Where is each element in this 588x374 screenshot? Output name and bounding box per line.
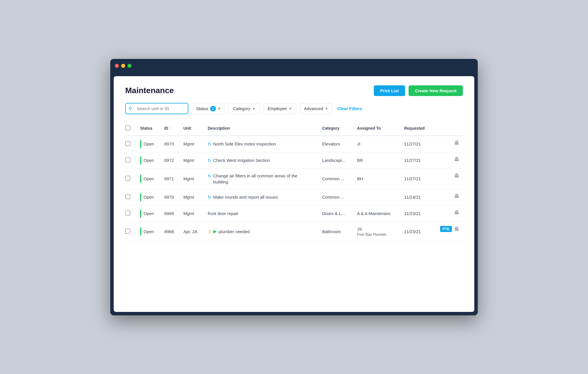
assigned-to-cell — [353, 189, 401, 205]
status-bar — [140, 156, 141, 164]
unit-header[interactable]: Unit — [180, 122, 204, 136]
status-cell: Open — [137, 205, 161, 222]
status-filter-button[interactable]: Status 1 ▼ — [192, 103, 225, 114]
titlebar — [110, 59, 478, 73]
unit-cell: Mgmt — [180, 136, 204, 152]
clear-filters-button[interactable]: Clear Filters — [336, 103, 363, 114]
action-cell: 🖶 — [432, 206, 463, 220]
requested-header[interactable]: Requested — [401, 122, 432, 136]
print-row-icon[interactable]: 🖶 — [454, 193, 459, 199]
unit-cell: Mgmt — [180, 189, 204, 205]
status-bar — [140, 175, 141, 183]
row-checkbox[interactable] — [125, 141, 130, 146]
print-row-icon[interactable]: 🖶 — [454, 210, 459, 216]
description-text: Change air filters in all common areas o… — [213, 173, 299, 185]
requested-cell: 11/23/21 — [401, 205, 432, 222]
print-row-icon[interactable]: 🖶 — [454, 140, 459, 146]
print-row-icon[interactable]: 🖶 — [454, 226, 459, 232]
category-filter-button[interactable]: Category ▼ — [229, 103, 260, 114]
description-header[interactable]: Description — [204, 122, 318, 136]
table-row: Open8970Mgmt↻Make rounds and report all … — [125, 189, 463, 205]
row-checkbox[interactable] — [125, 176, 130, 181]
row-checkbox[interactable] — [125, 194, 130, 199]
id-cell: 8969 — [161, 205, 180, 222]
pte-badge: PTE — [440, 226, 452, 232]
row-checkbox-cell — [125, 168, 137, 189]
table-row: Open8973Mgmt↻North Side Elev motor inspe… — [125, 136, 463, 152]
print-list-button[interactable]: Print List — [374, 85, 405, 96]
requested-cell: 11/27/21 — [401, 152, 432, 168]
header-buttons: Print List Create New Request — [374, 85, 463, 96]
unit-cell: Apt. 2A — [180, 222, 204, 241]
table-row: Open8969Mgmtfront door repairDoors & L..… — [125, 205, 463, 222]
status-header[interactable]: Status — [137, 122, 161, 136]
action-cell: 🖶 — [432, 169, 463, 183]
unit-cell: Mgmt — [180, 152, 204, 168]
status-label: Open — [144, 158, 154, 163]
status-label: Open — [144, 195, 154, 200]
select-all-checkbox[interactable] — [125, 125, 130, 131]
id-header[interactable]: ID ↕ — [161, 122, 180, 136]
advanced-filter-label: Advanced — [304, 106, 323, 111]
table-container: Status ID ↕ Unit Description — [125, 122, 463, 241]
minimize-button[interactable] — [121, 64, 125, 68]
description-text: Check West Irrigation Section — [213, 157, 270, 163]
print-row-icon[interactable]: 🖶 — [454, 156, 459, 162]
status-label: Open — [144, 211, 154, 216]
row-checkbox[interactable] — [125, 229, 130, 234]
advanced-filter-button[interactable]: Advanced ▼ — [300, 103, 333, 114]
header-row: Maintenance Print List Create New Reques… — [125, 85, 463, 96]
warning-icon: ⚠ — [208, 229, 212, 234]
requested-cell: 11/24/21 — [401, 189, 432, 205]
table-header-row: Status ID ↕ Unit Description — [125, 122, 463, 136]
description-cell: ↻Make rounds and report all issues. — [204, 189, 318, 205]
status-cell: Open — [137, 189, 161, 205]
id-cell: 8973 — [161, 136, 180, 152]
description-text: plumber needed — [218, 229, 249, 235]
assigned-secondary: Five Star Plumbin — [357, 232, 397, 237]
close-button[interactable] — [115, 64, 119, 68]
refresh-icon: ↻ — [208, 158, 211, 163]
category-header[interactable]: Category — [319, 122, 354, 136]
requested-cell: 11/27/21 — [401, 168, 432, 189]
status-chevron-icon: ▼ — [218, 107, 221, 111]
employee-chevron-icon: ▼ — [289, 107, 292, 111]
employee-filter-label: Employee — [268, 106, 287, 111]
status-bar — [140, 140, 141, 148]
row-checkbox[interactable] — [125, 157, 130, 162]
action-cell: 🖶 — [432, 189, 463, 203]
status-bar — [140, 210, 141, 218]
id-cell: 8970 — [161, 189, 180, 205]
unit-cell: Mgmt — [180, 205, 204, 222]
create-new-request-button[interactable]: Create New Request — [409, 85, 463, 96]
table-row: Open8968Apt. 2A⚠▶plumber neededBathroomJ… — [125, 222, 463, 241]
row-checkbox[interactable] — [125, 210, 130, 216]
category-cell: Doors & L... — [319, 205, 354, 222]
id-cell: 8968 — [161, 222, 180, 241]
refresh-icon: ↻ — [208, 141, 211, 147]
status-bar — [140, 227, 141, 235]
category-cell: Elevators — [319, 136, 354, 152]
maximize-button[interactable] — [127, 64, 131, 68]
unit-cell: Mgmt — [180, 168, 204, 189]
status-label: Open — [144, 141, 154, 146]
assigned-to-cell: BH — [353, 168, 401, 189]
refresh-icon: ↻ — [208, 173, 211, 179]
description-text: front door repair — [208, 210, 238, 216]
action-cell: PTE🖶 — [432, 222, 463, 236]
action-cell: 🖶 — [432, 152, 463, 166]
description-cell: ↻North Side Elev motor inspection — [204, 136, 318, 152]
assigned-to-cell: A & A Maintenanc — [353, 205, 401, 222]
search-input[interactable] — [125, 103, 188, 114]
search-icon: ⚲ — [129, 106, 132, 111]
main-window: Maintenance Print List Create New Reques… — [110, 59, 478, 315]
employee-filter-button[interactable]: Employee ▼ — [263, 103, 296, 114]
assigned-to-header[interactable]: Assigned To — [353, 122, 401, 136]
status-label: Open — [144, 176, 154, 181]
category-filter-label: Category — [233, 106, 250, 111]
print-row-icon[interactable]: 🖶 — [454, 173, 459, 179]
assigned-to-cell: BR — [353, 152, 401, 168]
dollar-icon: ▶ — [213, 229, 217, 234]
category-cell: Common ... — [319, 168, 354, 189]
status-cell: Open — [137, 222, 161, 241]
